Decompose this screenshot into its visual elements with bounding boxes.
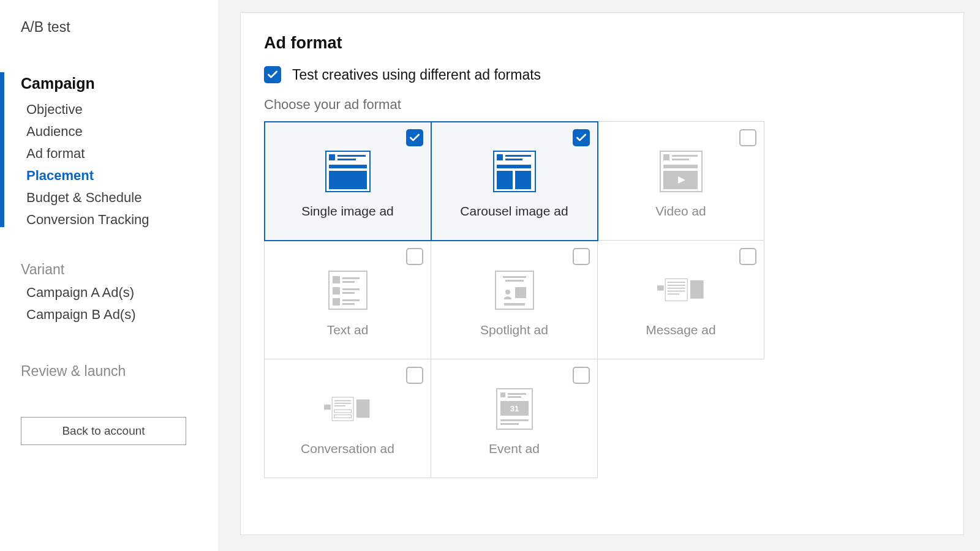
svg-rect-3 <box>337 159 356 160</box>
checkmark-icon <box>409 132 421 144</box>
svg-rect-7 <box>497 154 503 160</box>
svg-rect-57 <box>500 419 529 421</box>
format-tile-event[interactable]: 31 Event ad <box>431 359 598 478</box>
format-checkbox-conversation[interactable] <box>406 367 423 384</box>
format-tile-carousel[interactable]: Carousel image ad <box>431 122 598 241</box>
svg-rect-17 <box>663 165 698 168</box>
format-checkbox-carousel[interactable] <box>573 129 590 146</box>
svg-rect-14 <box>663 154 669 160</box>
format-label-text: Text ad <box>327 323 369 337</box>
checkmark-icon <box>266 69 279 81</box>
format-label-event: Event ad <box>489 441 540 456</box>
svg-rect-37 <box>667 282 685 283</box>
format-label-conversation: Conversation ad <box>301 441 394 456</box>
test-creatives-label: Test creatives using different ad format… <box>292 67 541 83</box>
svg-rect-8 <box>505 155 531 157</box>
svg-rect-26 <box>333 298 340 305</box>
nav-sub-item-budget[interactable]: Budget & Schedule <box>21 187 203 209</box>
checkmark-icon <box>575 132 587 144</box>
format-label-carousel: Carousel image ad <box>460 204 568 219</box>
format-tile-conversation[interactable]: Conversation ad <box>265 359 431 478</box>
svg-rect-30 <box>503 276 526 278</box>
format-tile-text[interactable]: Text ad <box>265 241 431 359</box>
svg-rect-38 <box>667 285 685 286</box>
nav-section-campaign: Campaign Objective Audience Ad format Pl… <box>21 69 203 231</box>
format-checkbox-single-image[interactable] <box>406 129 423 146</box>
format-checkbox-event[interactable] <box>573 367 590 384</box>
accent-bar <box>0 72 4 227</box>
svg-rect-43 <box>324 404 331 409</box>
nav-section-title-campaign[interactable]: Campaign <box>21 69 203 99</box>
format-tile-single-image[interactable]: Single image ad <box>265 122 431 241</box>
svg-rect-23 <box>333 287 340 294</box>
nav-item-campaign-a-ads[interactable]: Campaign A Ad(s) <box>21 282 203 304</box>
single-image-icon <box>324 148 372 195</box>
format-checkbox-text[interactable] <box>406 248 423 265</box>
svg-rect-22 <box>342 281 355 283</box>
svg-rect-16 <box>672 159 689 160</box>
svg-rect-40 <box>667 290 685 291</box>
nav-section-title-variant: Variant <box>21 259 203 282</box>
nav-item-review-launch[interactable]: Review & launch <box>21 359 203 384</box>
sidebar: A/B test Campaign Objective Audience Ad … <box>0 0 218 551</box>
svg-rect-45 <box>334 400 351 401</box>
svg-rect-46 <box>334 402 351 403</box>
svg-text:31: 31 <box>510 404 518 413</box>
svg-rect-58 <box>500 423 519 425</box>
format-label-spotlight: Spotlight ad <box>480 323 548 337</box>
svg-point-32 <box>505 290 510 294</box>
carousel-icon <box>491 148 538 195</box>
test-creatives-row: Test creatives using different ad format… <box>264 66 940 83</box>
svg-rect-5 <box>329 171 367 189</box>
svg-rect-31 <box>505 280 524 282</box>
format-label-video: Video ad <box>655 204 706 219</box>
format-tile-message[interactable]: Message ad <box>598 241 764 359</box>
format-label-single-image: Single image ad <box>301 204 394 219</box>
svg-rect-50 <box>356 399 369 418</box>
svg-rect-12 <box>515 171 531 189</box>
format-checkbox-spotlight[interactable] <box>573 248 590 265</box>
svg-rect-27 <box>342 299 360 301</box>
back-to-account-button[interactable]: Back to account <box>21 417 186 445</box>
nav-sub-item-placement[interactable]: Placement <box>21 165 203 187</box>
nav-sub-item-objective[interactable]: Objective <box>21 99 203 121</box>
choose-format-label: Choose your ad format <box>264 97 940 113</box>
svg-rect-4 <box>329 165 367 168</box>
svg-rect-25 <box>342 292 355 294</box>
svg-rect-42 <box>690 280 704 298</box>
svg-rect-1 <box>329 154 335 160</box>
format-tile-video[interactable]: Video ad <box>598 122 764 241</box>
svg-rect-24 <box>342 288 360 290</box>
test-creatives-checkbox[interactable] <box>264 66 281 83</box>
svg-rect-39 <box>667 287 685 288</box>
nav-item-campaign-b-ads[interactable]: Campaign B Ad(s) <box>21 304 203 326</box>
spotlight-icon <box>491 266 538 314</box>
svg-rect-15 <box>672 155 698 157</box>
format-checkbox-video[interactable] <box>739 129 756 146</box>
svg-rect-10 <box>497 165 531 168</box>
svg-rect-11 <box>497 171 513 189</box>
nav-sub-item-ad-format[interactable]: Ad format <box>21 143 203 165</box>
nav-sub-item-conversion[interactable]: Conversion Tracking <box>21 209 203 231</box>
svg-rect-47 <box>334 405 345 407</box>
format-checkbox-message[interactable] <box>739 248 756 265</box>
svg-rect-52 <box>500 392 505 397</box>
svg-rect-35 <box>657 285 664 290</box>
video-icon <box>657 148 705 195</box>
message-icon <box>657 266 705 314</box>
ad-format-grid: Single image ad <box>264 121 764 478</box>
svg-rect-20 <box>333 276 340 283</box>
svg-rect-53 <box>508 393 526 395</box>
format-label-message: Message ad <box>646 323 715 337</box>
ad-format-card: Ad format Test creatives using different… <box>240 12 964 535</box>
section-heading: Ad format <box>264 34 940 53</box>
svg-rect-9 <box>505 159 522 160</box>
main-panel: Ad format Test creatives using different… <box>218 0 980 551</box>
nav-item-abtest[interactable]: A/B test <box>21 15 203 40</box>
svg-rect-21 <box>342 277 360 279</box>
nav-section-variant: Variant Campaign A Ad(s) Campaign B Ad(s… <box>21 259 203 326</box>
conversation-icon <box>324 385 372 433</box>
format-tile-spotlight[interactable]: Spotlight ad <box>431 241 598 359</box>
nav-sub-item-audience[interactable]: Audience <box>21 121 203 143</box>
svg-rect-2 <box>337 155 366 157</box>
